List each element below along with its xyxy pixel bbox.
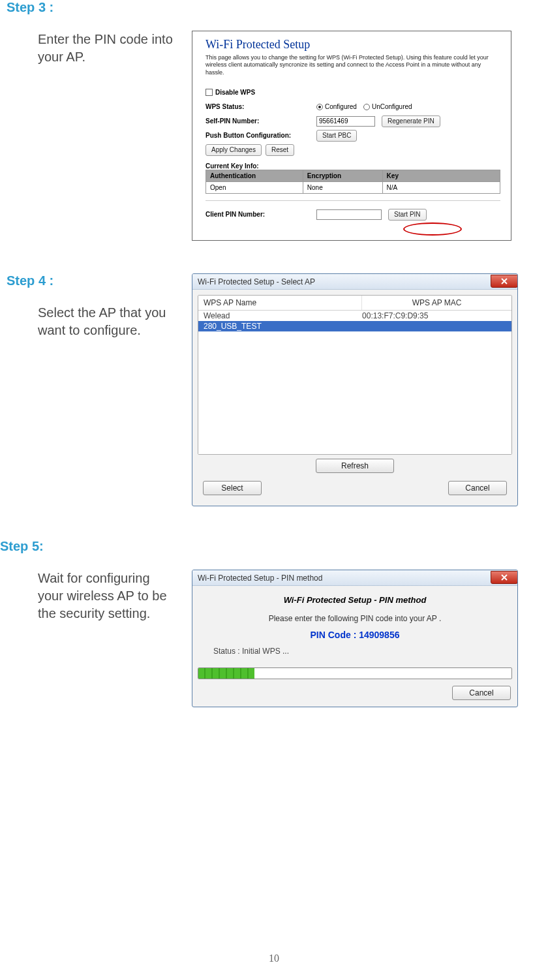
ap-mac-cell: 00:13:F7:C9:D9:35 [362, 311, 506, 320]
key-info-label: Current Key Info: [206, 162, 500, 170]
self-pin-label: Self-PIN Number: [206, 117, 316, 125]
step5-heading: Step 5: [0, 539, 535, 554]
step3-screenshot: Wi-Fi Protected Setup This page allows y… [192, 31, 511, 241]
pin-method-dialog: Wi-Fi Protected Setup - PIN method Wi-Fi… [192, 570, 518, 707]
th-key: Key [382, 170, 500, 181]
select-button[interactable]: Select [203, 481, 262, 495]
step5-body: Wait for configuring your wireless AP to… [38, 570, 176, 622]
ap-name-cell: 280_USB_TEST [204, 322, 362, 331]
unconfigured-label: UnConfigured [372, 103, 412, 110]
step3-body: Enter the PIN code into your AP. [38, 31, 176, 66]
list-item[interactable]: 280_USB_TEST [198, 321, 511, 331]
reset-button[interactable]: Reset [266, 144, 294, 156]
disable-wps-checkbox[interactable] [206, 89, 213, 96]
col-ap-name[interactable]: WPS AP Name [198, 296, 362, 310]
close-icon[interactable] [491, 275, 518, 288]
client-pin-input[interactable] [316, 209, 382, 220]
col-ap-mac[interactable]: WPS AP MAC [362, 296, 511, 310]
start-pbc-button[interactable]: Start PBC [316, 130, 357, 142]
cancel-button[interactable]: Cancel [448, 481, 507, 495]
apply-changes-button[interactable]: Apply Changes [206, 144, 262, 156]
step4-heading: Step 4 : [7, 273, 176, 288]
cancel-button[interactable]: Cancel [452, 686, 511, 700]
configured-radio[interactable] [316, 104, 323, 110]
th-auth: Authentication [206, 170, 303, 181]
self-pin-input[interactable] [316, 116, 375, 127]
wps-status-label: WPS Status: [206, 103, 316, 110]
regenerate-pin-button[interactable]: Regenerate PIN [382, 115, 440, 127]
step4-body: Select the AP that you want to configure… [38, 304, 176, 339]
refresh-button[interactable]: Refresh [316, 459, 394, 473]
unconfigured-radio[interactable] [363, 104, 370, 110]
td-enc: None [303, 181, 382, 193]
pin-dialog-message: Please enter the following PIN code into… [204, 614, 506, 623]
pin-code-label: PIN Code : 14909856 [204, 630, 506, 640]
status-text: Status : Initial WPS ... [204, 647, 506, 656]
configured-label: Configured [325, 103, 357, 110]
pin-dialog-heading: Wi-Fi Protected Setup - PIN method [204, 595, 506, 605]
client-pin-label: Client PIN Number: [206, 211, 316, 218]
td-key: N/A [382, 181, 500, 193]
highlight-ellipse [403, 222, 462, 236]
select-ap-title: Wi-Fi Protected Setup - Select AP [198, 277, 315, 286]
td-auth: Open [206, 181, 303, 193]
page-number: 10 [0, 953, 548, 964]
progress-fill [198, 668, 254, 679]
disable-wps-label: Disable WPS [215, 89, 255, 96]
start-pin-button[interactable]: Start PIN [388, 209, 427, 221]
list-item[interactable]: Welead 00:13:F7:C9:D9:35 [198, 311, 511, 321]
close-icon[interactable] [491, 571, 518, 584]
pbc-label: Push Button Configuration: [206, 132, 316, 139]
ap-name-cell: Welead [204, 311, 362, 320]
select-ap-dialog: Wi-Fi Protected Setup - Select AP WPS AP… [192, 273, 518, 506]
pin-method-title: Wi-Fi Protected Setup - PIN method [198, 574, 322, 583]
ap-mac-cell [362, 322, 506, 331]
key-info-table: Authentication Encryption Key Open None … [206, 170, 500, 194]
step3-heading: Step 3 : [7, 0, 535, 15]
ap-list[interactable]: Welead 00:13:F7:C9:D9:35 280_USB_TEST [198, 311, 511, 454]
progress-bar [198, 667, 512, 679]
wps-page-title: Wi-Fi Protected Setup [206, 38, 500, 52]
th-enc: Encryption [303, 170, 382, 181]
wps-page-description: This page allows you to change the setti… [206, 54, 500, 76]
